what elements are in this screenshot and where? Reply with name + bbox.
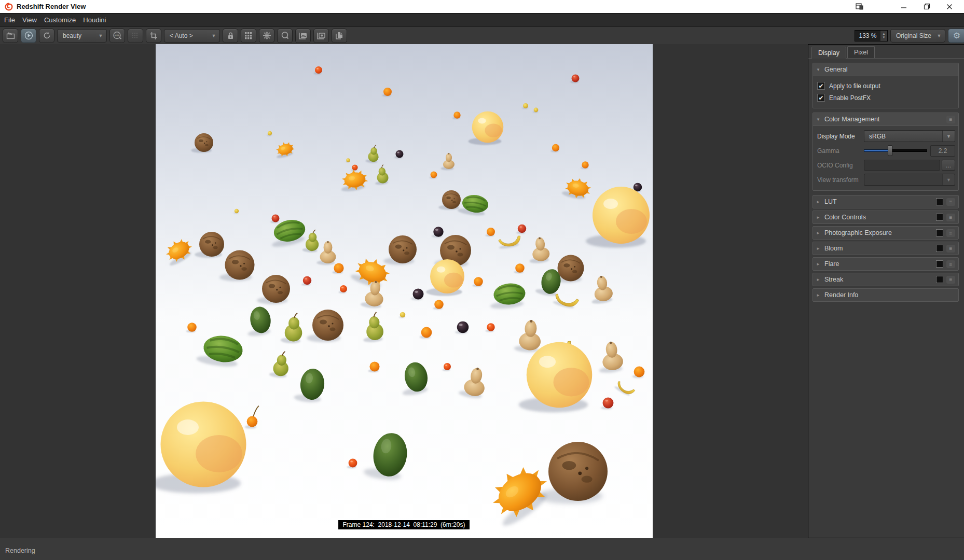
ocio-browse-button[interactable]: ... <box>942 160 955 171</box>
zoom-level-spinner[interactable]: 133 % ▲ ▼ <box>855 30 888 41</box>
copy-snapshot-button[interactable] <box>332 29 347 43</box>
image-plus-icon <box>316 32 326 40</box>
section-enable-checkbox[interactable] <box>936 229 943 236</box>
snapshot-mode-select[interactable]: < Auto > ▼ <box>164 29 220 43</box>
size-select[interactable]: Original Size ▼ <box>890 29 945 43</box>
tab-display[interactable]: Display <box>811 47 846 59</box>
magnify-button[interactable] <box>277 29 293 43</box>
gamma-slider-handle[interactable] <box>888 145 892 156</box>
render-image[interactable]: Frame 124: 2018-12-14 08:11:29 (6m:20s) <box>156 44 653 538</box>
render-status: Rendering <box>5 547 35 554</box>
zoom-level-value: 133 % <box>855 32 880 39</box>
spin-up-icon[interactable]: ▲ <box>883 32 886 36</box>
gear-icon: ⚙ <box>953 31 960 40</box>
expand-arrow-icon[interactable]: ► <box>816 231 824 235</box>
panel-tabs: Display Pixel <box>808 45 964 59</box>
gamma-slider[interactable] <box>864 144 927 157</box>
copy-page-icon <box>335 32 343 40</box>
pixel-grid-icon <box>131 32 140 40</box>
ocio-config-field[interactable] <box>864 160 940 171</box>
snapshot-mode-value: < Auto > <box>170 32 193 39</box>
section-header-color-controls[interactable]: ►Color Controls≡ <box>812 211 959 224</box>
status-bar: Rendering <box>0 538 964 560</box>
section-enable-checkbox[interactable] <box>936 214 943 221</box>
expand-arrow-icon[interactable]: ► <box>816 277 824 282</box>
section-menu-icon[interactable]: ≡ <box>946 229 955 237</box>
expand-arrow-icon[interactable]: ► <box>816 246 824 251</box>
main-area: Frame 124: 2018-12-14 08:11:29 (6m:20s) … <box>0 44 964 538</box>
snapshot-film-button[interactable] <box>3 29 18 43</box>
gamma-value[interactable]: 2.2 <box>930 145 955 157</box>
chevron-down-icon: ▼ <box>942 131 955 142</box>
section-enable-checkbox[interactable] <box>936 245 943 252</box>
ocio-config-row: OCIO Config ... <box>816 159 955 172</box>
section-header-render-info[interactable]: ►Render Info <box>812 288 959 302</box>
lock-icon <box>227 32 235 40</box>
view-transform-select[interactable]: ▼ <box>864 174 955 186</box>
rgb-channels-button[interactable]: RGB <box>109 29 125 43</box>
minimize-button[interactable] <box>892 1 915 13</box>
chevron-down-icon: ▼ <box>95 33 106 38</box>
chevron-down-icon: ▼ <box>933 33 945 38</box>
section-menu-icon[interactable]: ≡ <box>946 276 955 284</box>
play-icon <box>24 31 33 40</box>
section-header-flare[interactable]: ►Flare≡ <box>812 257 959 271</box>
menu-file[interactable]: File <box>4 16 21 24</box>
section-header-color-management[interactable]: ▼ Color Management ≡ <box>813 113 958 126</box>
section-menu-icon[interactable]: ≡ <box>946 214 955 221</box>
section-menu-icon[interactable]: ≡ <box>946 116 955 123</box>
section-header-general[interactable]: ▼ General <box>813 63 958 76</box>
display-mode-select[interactable]: sRGB ▼ <box>864 130 955 142</box>
section-enable-checkbox[interactable] <box>936 260 943 268</box>
section-menu-icon[interactable]: ≡ <box>946 198 955 206</box>
pixel-grid-button <box>128 29 143 43</box>
menu-houdini[interactable]: Houdini <box>81 16 112 24</box>
section-general: ▼ General ✔ Apply to file output ✔ Enabl… <box>812 63 959 108</box>
apply-to-file-output-checkbox[interactable]: ✔ <box>817 82 825 90</box>
freeze-button[interactable] <box>259 29 274 43</box>
redshift-logo-icon <box>4 2 13 11</box>
lock-button[interactable] <box>223 29 238 43</box>
maximize-button[interactable] <box>915 1 938 13</box>
size-select-value: Original Size <box>896 32 931 39</box>
section-menu-icon[interactable]: ≡ <box>946 260 955 268</box>
expand-arrow-icon[interactable]: ► <box>816 215 824 220</box>
spin-down-icon[interactable]: ▼ <box>883 36 886 39</box>
image-icon <box>298 32 308 40</box>
section-enable-checkbox[interactable] <box>936 276 943 283</box>
show-snapshot-button[interactable] <box>295 29 311 43</box>
section-header-streak[interactable]: ►Streak≡ <box>812 273 959 286</box>
collapsed-sections: ►LUT≡►Color Controls≡►Photographic Expos… <box>812 195 959 302</box>
enable-postfx-checkbox[interactable]: ✔ <box>817 94 825 102</box>
tab-pixel[interactable]: Pixel <box>847 46 875 58</box>
crop-region-button[interactable] <box>146 29 161 43</box>
gamma-row: Gamma 2.2 <box>816 144 955 157</box>
collapse-arrow-icon[interactable]: ▼ <box>816 117 824 122</box>
restart-render-button[interactable] <box>39 29 54 43</box>
section-enable-checkbox[interactable] <box>936 198 943 205</box>
title-bar: Redshift Render View <box>0 0 964 13</box>
chevron-down-icon: ▼ <box>942 174 955 185</box>
render-play-button[interactable] <box>21 29 36 43</box>
grid-icon <box>244 32 253 40</box>
crop-icon <box>149 32 158 40</box>
postfx-panel: Display Pixel ▼ General ✔ Apply to file … <box>808 44 964 538</box>
collapse-arrow-icon[interactable]: ▼ <box>816 67 824 72</box>
aov-select[interactable]: beauty ▼ <box>57 29 107 43</box>
settings-button[interactable]: ⚙ <box>948 29 964 43</box>
add-snapshot-button[interactable] <box>313 29 329 43</box>
expand-arrow-icon[interactable]: ► <box>816 293 824 298</box>
menu-customize[interactable]: Customize <box>43 16 81 24</box>
close-button[interactable] <box>938 1 961 13</box>
section-header-photographic-exposure[interactable]: ►Photographic Exposure≡ <box>812 226 959 240</box>
section-header-lut[interactable]: ►LUT≡ <box>812 195 959 208</box>
bucket-grid-button[interactable] <box>241 29 256 43</box>
expand-arrow-icon[interactable]: ► <box>816 200 824 204</box>
menu-view[interactable]: View <box>21 16 43 24</box>
section-header-bloom[interactable]: ►Bloom≡ <box>812 242 959 255</box>
expand-arrow-icon[interactable]: ► <box>816 262 824 267</box>
section-menu-icon[interactable]: ≡ <box>946 245 955 253</box>
render-viewport[interactable]: Frame 124: 2018-12-14 08:11:29 (6m:20s) <box>0 44 808 538</box>
panel-toggle-icon[interactable] <box>848 1 871 13</box>
svg-text:RGB: RGB <box>114 34 119 37</box>
